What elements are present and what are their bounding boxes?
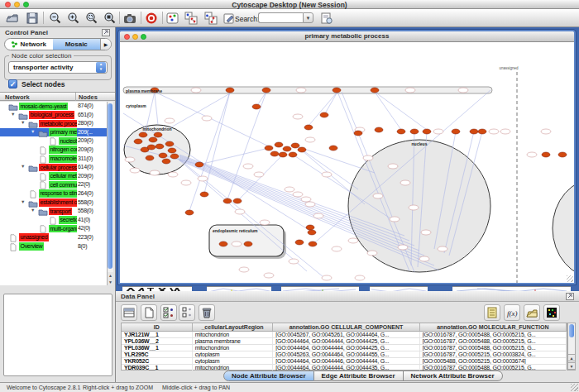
- network-node[interactable]: [390, 217, 400, 222]
- network-node[interactable]: [398, 245, 408, 250]
- selected-network-node[interactable]: [423, 129, 431, 134]
- network-node[interactable]: [527, 152, 537, 157]
- table-cell[interactable]: cytoplasm: [193, 358, 274, 364]
- network-overview-panel[interactable]: [3, 294, 112, 376]
- table-scrollbar-thumb[interactable]: [569, 324, 574, 337]
- network-node[interactable]: [322, 172, 332, 177]
- network-canvas[interactable]: plasma membrane cytoplasm mitochondrion …: [120, 42, 574, 283]
- window-resize-grip[interactable]: [567, 275, 573, 282]
- selected-network-node[interactable]: [165, 141, 174, 146]
- table-row[interactable]: YJR121W__1mitochondrion[GO:0045267, GO:0…: [122, 332, 567, 338]
- disclosure-triangle-icon[interactable]: ▼: [21, 120, 27, 125]
- tree-row[interactable]: nitrogen compo209(0): [0, 146, 107, 155]
- network-node[interactable]: [305, 137, 315, 142]
- network-merge-icon[interactable]: [184, 11, 199, 26]
- selected-network-node[interactable]: [185, 210, 194, 215]
- tab-network-attribute-browser[interactable]: Network Attribute Browser: [404, 370, 503, 381]
- disclosure-triangle-icon[interactable]: ▼: [21, 164, 27, 169]
- table-cell[interactable]: YPL036W__2: [122, 338, 193, 344]
- network-edge[interactable]: [309, 92, 337, 126]
- zoom-out-icon[interactable]: [48, 11, 63, 26]
- network-node[interactable]: [235, 209, 245, 214]
- tree-row[interactable]: ▼transport558(0): [0, 207, 107, 216]
- table-cell[interactable]: mitochondrion: [193, 345, 274, 351]
- selected-network-node[interactable]: [452, 129, 460, 134]
- selected-network-node[interactable]: [162, 159, 170, 164]
- table-cell[interactable]: [GO:0016787, GO:0005488, GO:0005215, G..…: [420, 345, 567, 351]
- selected-network-node[interactable]: [289, 152, 297, 157]
- network-node[interactable]: [373, 194, 383, 198]
- table-cell[interactable]: YJR121W__1: [122, 332, 193, 337]
- tree-row[interactable]: ▼metabolic process280(0): [0, 119, 107, 128]
- selected-network-node[interactable]: [470, 129, 478, 134]
- network-node[interactable]: [433, 129, 443, 134]
- network-node[interactable]: [232, 241, 242, 246]
- help-ring-icon[interactable]: [144, 11, 159, 26]
- select-attributes-icon[interactable]: [160, 304, 177, 321]
- float-panel-icon[interactable]: [102, 29, 110, 38]
- selected-network-node[interactable]: [156, 144, 164, 149]
- tree-row[interactable]: secretion41(0): [0, 216, 107, 225]
- network-node[interactable]: [239, 267, 249, 272]
- selected-network-node[interactable]: [262, 88, 270, 93]
- table-cell[interactable]: [GO:0016787, GO:0005488, GO:0005215, G..…: [420, 365, 567, 370]
- zoom-in-icon[interactable]: [66, 11, 81, 26]
- more-tabs-icon[interactable]: ▶: [100, 39, 111, 50]
- attribute-table-icon[interactable]: [121, 304, 137, 321]
- table-row[interactable]: YPL036W__2plasma membrane[GO:0044464, GO…: [122, 338, 567, 345]
- tab-mosaic[interactable]: Mosaic: [53, 39, 101, 50]
- selected-network-node[interactable]: [265, 146, 273, 151]
- selected-network-node[interactable]: [170, 154, 179, 159]
- dropdown-stepper-icon[interactable]: ▲▼: [96, 62, 106, 73]
- selected-network-node[interactable]: [134, 139, 142, 144]
- tree-row[interactable]: cell communicat22(0): [0, 180, 107, 189]
- table-cell[interactable]: [GO:0005488, GO:0005215, GO:0003674]: [420, 358, 567, 364]
- tree-row[interactable]: Overview8(0): [0, 242, 107, 251]
- selected-network-node[interactable]: [279, 152, 287, 157]
- selected-network-node[interactable]: [168, 148, 176, 153]
- scroll-down-icon[interactable]: ▼: [567, 362, 576, 370]
- selected-network-node[interactable]: [295, 240, 304, 245]
- new-attribute-icon[interactable]: [141, 304, 157, 321]
- network-node[interactable]: [301, 197, 311, 202]
- network-node[interactable]: [264, 273, 274, 278]
- selected-network-node[interactable]: [306, 225, 314, 230]
- network-node[interactable]: [198, 176, 208, 181]
- table-cell[interactable]: plasma membrane: [193, 338, 274, 344]
- network-node[interactable]: [289, 259, 299, 264]
- vizmapper-icon[interactable]: [165, 11, 180, 26]
- notes-icon[interactable]: [484, 304, 500, 321]
- select-nodes-checkbox[interactable]: ✓: [8, 79, 17, 88]
- table-cell[interactable]: [GO:0016787, GO:0005488, GO:0005215, G..…: [420, 338, 567, 344]
- selected-network-node[interactable]: [275, 142, 283, 147]
- tree-row[interactable]: response to stimulu264(0): [0, 189, 107, 198]
- network-edge[interactable]: [375, 92, 427, 130]
- unselect-attributes-icon[interactable]: [179, 304, 195, 321]
- network-node[interactable]: [260, 220, 270, 225]
- table-row[interactable]: YPL036W__1mitochondrion[GO:0044464, GO:0…: [122, 345, 567, 351]
- selected-network-node[interactable]: [298, 147, 306, 152]
- network-node[interactable]: [367, 251, 377, 256]
- selected-network-node[interactable]: [320, 112, 328, 117]
- network-node[interactable]: [405, 88, 415, 93]
- matrix-icon[interactable]: [543, 304, 560, 321]
- delete-attribute-icon[interactable]: [199, 304, 215, 321]
- selected-network-node[interactable]: [226, 88, 234, 93]
- network-node[interactable]: [130, 168, 140, 173]
- table-cell[interactable]: YLR295C: [122, 351, 193, 357]
- tree-row[interactable]: ▼cellular process614(0): [0, 163, 107, 172]
- table-cell[interactable]: cytoplasm: [193, 351, 274, 357]
- tree-row[interactable]: mosaic-demo-yeast874(0): [0, 102, 107, 111]
- zoom-selected-icon[interactable]: [84, 11, 99, 26]
- selected-network-node[interactable]: [309, 241, 317, 246]
- network-window[interactable]: primary metabolic process: [118, 30, 576, 284]
- search-options-icon[interactable]: [319, 11, 334, 26]
- network-node[interactable]: [419, 256, 429, 261]
- network-node[interactable]: [438, 246, 447, 251]
- selected-network-node[interactable]: [159, 153, 167, 158]
- selected-network-node[interactable]: [304, 125, 313, 130]
- app-resize-grip[interactable]: [571, 384, 578, 391]
- table-cell[interactable]: [GO:0044464, GO:0044446, GO:0044444, G..…: [273, 358, 419, 364]
- network-edge[interactable]: [204, 92, 230, 194]
- table-row[interactable]: YLR295Ccytoplasm[GO:0045263, GO:0044464,…: [122, 351, 567, 358]
